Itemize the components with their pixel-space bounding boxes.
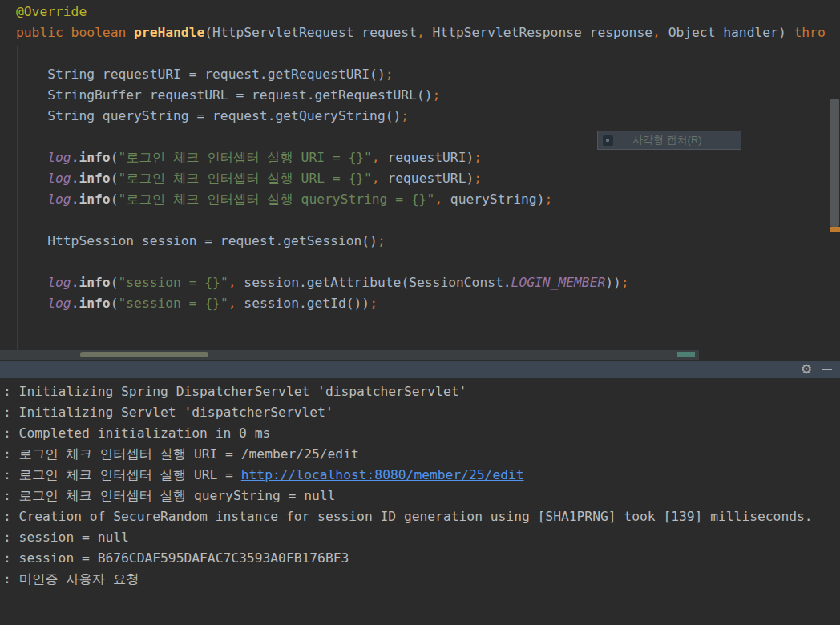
code-line: log.info("로그인 체크 인터셉터 실행 queryString = {… <box>16 189 840 210</box>
text-segment: , <box>372 150 380 165</box>
text-segment: String queryString = request.getQueryStr… <box>16 108 401 123</box>
console-line: : 미인증 사용자 요청 <box>3 569 837 590</box>
text-segment: ; <box>370 296 378 311</box>
text-segment: , <box>228 275 236 290</box>
text-segment: . <box>71 296 79 311</box>
text-segment: info <box>79 171 110 186</box>
text-segment: : 로그인 체크 인터셉터 실행 queryString = null <box>3 488 335 503</box>
text-segment: "session = {}" <box>118 275 228 290</box>
text-segment: info <box>79 192 110 207</box>
text-segment: ( <box>111 296 119 311</box>
text-segment: ; <box>544 192 552 207</box>
text-segment: session.getAttribute(SessionConst. <box>236 275 511 290</box>
text-segment: HttpSession session = request.getSession… <box>16 233 378 248</box>
text-segment: , <box>652 25 660 40</box>
minimize-icon[interactable] <box>822 369 832 370</box>
text-segment: info <box>79 275 110 290</box>
rectangle-capture-icon <box>603 135 613 146</box>
text-segment: ( <box>111 171 119 186</box>
text-segment: ; <box>474 150 482 165</box>
console-line: : 로그인 체크 인터셉터 실행 URL = http://localhost:… <box>3 465 837 486</box>
text-segment: . <box>71 275 79 290</box>
text-segment: log <box>47 296 71 311</box>
console-output-panel[interactable]: : Initializing Spring DispatcherServlet … <box>0 379 840 625</box>
text-segment <box>16 192 47 207</box>
text-segment <box>16 171 47 186</box>
text-segment: ; <box>433 87 441 103</box>
text-segment: ; <box>386 67 394 82</box>
settings-gear-icon[interactable]: ⚙ <box>798 361 815 378</box>
text-segment: : Initializing Servlet 'dispatcherServle… <box>3 405 333 420</box>
text-segment: log <box>47 192 71 207</box>
text-segment: "로그인 체크 인터셉터 실행 URI = {}" <box>118 150 371 165</box>
text-segment: ( <box>111 192 119 207</box>
text-segment: . <box>71 171 79 186</box>
code-line: log.info("session = {}", session.getId()… <box>16 293 840 314</box>
console-lines: : Initializing Spring DispatcherServlet … <box>3 381 837 590</box>
horizontal-scrollbar[interactable] <box>0 350 699 360</box>
code-line: @Override <box>16 2 840 22</box>
text-segment: : session = B676CDAF595DAFAC7C3593A0FB17… <box>3 550 349 566</box>
text-segment: String requestURI = request.getRequestUR… <box>16 67 386 82</box>
scrollbar-caret-mark <box>830 227 840 232</box>
console-line: : Initializing Servlet 'dispatcherServle… <box>3 402 837 423</box>
text-segment: StringBuffer requestURL = request.getReq… <box>16 87 433 103</box>
vertical-scrollbar[interactable] <box>830 88 840 350</box>
text-segment: ; <box>401 108 409 123</box>
text-segment: Object handler) <box>660 25 794 40</box>
text-segment <box>16 150 47 165</box>
console-line: : Creation of SecureRandom instance for … <box>3 506 837 527</box>
text-segment: ( <box>111 150 119 165</box>
text-segment: "session = {}" <box>118 296 228 311</box>
console-line: : session = B676CDAF595DAFAC7C3593A0FB17… <box>3 548 837 569</box>
text-segment: queryString) <box>442 192 544 207</box>
console-hyperlink[interactable]: http://localhost:8080/member/25/edit <box>241 467 524 482</box>
ide-root: { "colors": { "editor_background": "#2B2… <box>0 0 840 625</box>
text-segment: )) <box>605 275 621 290</box>
code-editor[interactable]: @Overridepublic boolean preHandle(HttpSe… <box>0 0 840 350</box>
console-line: : 로그인 체크 인터셉터 실행 URI = /member/25/edit <box>3 444 837 465</box>
text-segment: log <box>47 171 71 186</box>
text-segment: HttpServletResponse response <box>425 25 652 40</box>
text-segment: @Override <box>16 4 87 19</box>
text-segment: ; <box>474 171 482 186</box>
code-line: StringBuffer requestURL = request.getReq… <box>16 85 840 106</box>
text-segment: requestURI) <box>380 150 475 165</box>
console-line: : Initializing Spring DispatcherServlet … <box>3 381 837 402</box>
text-segment: requestURL) <box>380 171 475 186</box>
text-segment: preHandle <box>134 25 204 40</box>
text-segment: : 로그인 체크 인터셉터 실행 URI = /member/25/edit <box>3 446 359 462</box>
text-segment: info <box>79 150 110 165</box>
text-segment: public boolean <box>16 25 134 40</box>
capture-tooltip-label: 사각형 캡처(R) <box>632 133 702 147</box>
text-segment: "로그인 체크 인터셉터 실행 URL = {}" <box>118 171 371 186</box>
code-line: String requestURI = request.getRequestUR… <box>16 64 840 85</box>
code-line: log.info("session = {}", session.getAttr… <box>16 272 840 293</box>
console-line: : Completed initialization in 0 ms <box>3 423 837 444</box>
text-segment: : Initializing Spring DispatcherServlet … <box>3 384 466 399</box>
horizontal-scrollbar-thumb[interactable] <box>80 352 208 357</box>
text-segment: : session = null <box>3 530 129 545</box>
text-segment: , <box>434 192 442 207</box>
text-segment: , <box>417 25 425 40</box>
code-line: HttpSession session = request.getSession… <box>16 231 840 252</box>
text-segment: "로그인 체크 인터셉터 실행 queryString = {}" <box>118 192 434 207</box>
code-area: @Overridepublic boolean preHandle(HttpSe… <box>16 2 840 314</box>
code-line <box>16 252 840 272</box>
code-line <box>16 210 840 231</box>
text-segment: log <box>47 275 71 290</box>
text-segment: : 미인증 사용자 요청 <box>3 571 139 587</box>
text-segment: : 로그인 체크 인터셉터 실행 URL = <box>3 467 241 482</box>
text-segment: : Completed initialization in 0 ms <box>3 425 270 441</box>
text-segment: LOGIN_MEMBER <box>511 275 606 290</box>
code-line: String queryString = request.getQueryStr… <box>16 106 840 127</box>
text-segment: . <box>71 150 79 165</box>
text-segment: thro <box>794 25 825 40</box>
code-line: public boolean preHandle(HttpServletRequ… <box>16 22 840 43</box>
text-segment: log <box>47 150 71 165</box>
text-segment: , <box>372 171 380 186</box>
text-segment: ( <box>111 275 119 290</box>
code-line: log.info("로그인 체크 인터셉터 실행 URI = {}", requ… <box>16 147 840 168</box>
vertical-scrollbar-thumb[interactable] <box>830 99 839 227</box>
scrollbar-teal-mark <box>677 352 695 357</box>
